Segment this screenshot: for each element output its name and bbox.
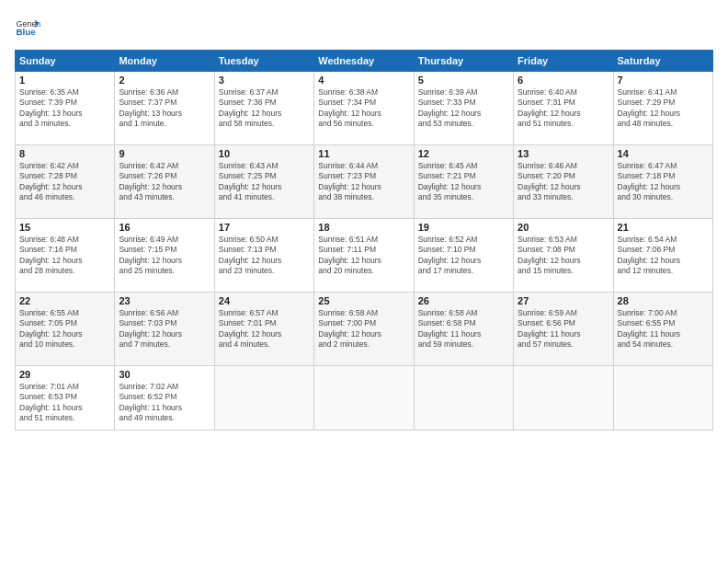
weekday-header-thursday: Thursday	[414, 51, 513, 72]
day-number: 25	[318, 295, 409, 306]
day-info: Sunrise: 7:00 AM Sunset: 6:55 PM Dayligh…	[618, 308, 709, 350]
day-number: 6	[518, 75, 609, 86]
logo-icon: General Blue	[15, 15, 40, 40]
calendar-cell: 20Sunrise: 6:53 AM Sunset: 7:08 PM Dayli…	[514, 219, 613, 293]
day-info: Sunrise: 7:02 AM Sunset: 6:52 PM Dayligh…	[119, 382, 210, 424]
day-info: Sunrise: 6:49 AM Sunset: 7:15 PM Dayligh…	[119, 235, 210, 277]
svg-text:Blue: Blue	[16, 27, 36, 37]
day-number: 3	[219, 75, 310, 86]
calendar-page: General Blue SundayMondayTuesdayWednesda…	[0, 0, 728, 563]
day-number: 26	[418, 295, 509, 306]
calendar-cell: 22Sunrise: 6:55 AM Sunset: 7:05 PM Dayli…	[16, 293, 115, 366]
day-number: 28	[618, 295, 709, 306]
calendar-cell: 16Sunrise: 6:49 AM Sunset: 7:15 PM Dayli…	[115, 219, 214, 293]
weekday-header-monday: Monday	[115, 51, 214, 72]
day-info: Sunrise: 6:39 AM Sunset: 7:33 PM Dayligh…	[418, 87, 509, 130]
calendar-week-4: 22Sunrise: 6:55 AM Sunset: 7:05 PM Dayli…	[16, 293, 713, 366]
day-info: Sunrise: 6:55 AM Sunset: 7:05 PM Dayligh…	[19, 308, 110, 350]
day-info: Sunrise: 6:56 AM Sunset: 7:03 PM Dayligh…	[119, 308, 210, 350]
day-number: 20	[518, 222, 609, 233]
day-info: Sunrise: 6:59 AM Sunset: 6:56 PM Dayligh…	[518, 308, 609, 350]
calendar-cell: 27Sunrise: 6:59 AM Sunset: 6:56 PM Dayli…	[514, 293, 613, 366]
day-info: Sunrise: 6:40 AM Sunset: 7:31 PM Dayligh…	[518, 87, 609, 130]
calendar-cell	[514, 366, 613, 431]
day-number: 23	[119, 295, 210, 306]
calendar-week-3: 15Sunrise: 6:48 AM Sunset: 7:16 PM Dayli…	[16, 219, 713, 293]
calendar-header-row: SundayMondayTuesdayWednesdayThursdayFrid…	[16, 51, 713, 72]
calendar-cell: 5Sunrise: 6:39 AM Sunset: 7:33 PM Daylig…	[414, 72, 513, 145]
day-info: Sunrise: 7:01 AM Sunset: 6:53 PM Dayligh…	[19, 382, 110, 424]
day-number: 5	[418, 75, 509, 86]
calendar-cell: 8Sunrise: 6:42 AM Sunset: 7:28 PM Daylig…	[16, 145, 115, 219]
calendar-cell: 24Sunrise: 6:57 AM Sunset: 7:01 PM Dayli…	[214, 293, 313, 366]
day-info: Sunrise: 6:58 AM Sunset: 6:58 PM Dayligh…	[418, 308, 509, 350]
day-number: 16	[119, 222, 210, 233]
calendar-cell: 17Sunrise: 6:50 AM Sunset: 7:13 PM Dayli…	[214, 219, 313, 293]
day-number: 24	[219, 295, 310, 306]
calendar-cell: 4Sunrise: 6:38 AM Sunset: 7:34 PM Daylig…	[314, 72, 414, 145]
logo: General Blue	[15, 15, 40, 40]
calendar-cell: 29Sunrise: 7:01 AM Sunset: 6:53 PM Dayli…	[16, 366, 115, 431]
calendar-week-1: 1Sunrise: 6:35 AM Sunset: 7:39 PM Daylig…	[16, 72, 713, 145]
day-info: Sunrise: 6:37 AM Sunset: 7:36 PM Dayligh…	[219, 87, 310, 130]
calendar-cell: 23Sunrise: 6:56 AM Sunset: 7:03 PM Dayli…	[115, 293, 214, 366]
day-info: Sunrise: 6:35 AM Sunset: 7:39 PM Dayligh…	[19, 87, 110, 130]
day-number: 17	[219, 222, 310, 233]
calendar-cell: 10Sunrise: 6:43 AM Sunset: 7:25 PM Dayli…	[214, 145, 313, 219]
day-info: Sunrise: 6:36 AM Sunset: 7:37 PM Dayligh…	[119, 87, 210, 130]
day-number: 29	[19, 369, 110, 380]
calendar-cell: 9Sunrise: 6:42 AM Sunset: 7:26 PM Daylig…	[115, 145, 214, 219]
calendar-week-2: 8Sunrise: 6:42 AM Sunset: 7:28 PM Daylig…	[16, 145, 713, 219]
weekday-header-saturday: Saturday	[613, 51, 712, 72]
calendar-cell: 13Sunrise: 6:46 AM Sunset: 7:20 PM Dayli…	[514, 145, 613, 219]
day-info: Sunrise: 6:58 AM Sunset: 7:00 PM Dayligh…	[318, 308, 409, 350]
day-number: 1	[19, 75, 110, 86]
day-info: Sunrise: 6:51 AM Sunset: 7:11 PM Dayligh…	[318, 235, 409, 277]
day-number: 19	[418, 222, 509, 233]
day-info: Sunrise: 6:57 AM Sunset: 7:01 PM Dayligh…	[219, 308, 310, 350]
day-number: 18	[318, 222, 409, 233]
calendar-cell: 19Sunrise: 6:52 AM Sunset: 7:10 PM Dayli…	[414, 219, 513, 293]
calendar-cell: 7Sunrise: 6:41 AM Sunset: 7:29 PM Daylig…	[613, 72, 712, 145]
day-info: Sunrise: 6:44 AM Sunset: 7:23 PM Dayligh…	[318, 161, 409, 203]
header: General Blue	[15, 15, 713, 40]
calendar-cell: 3Sunrise: 6:37 AM Sunset: 7:36 PM Daylig…	[214, 72, 313, 145]
day-info: Sunrise: 6:41 AM Sunset: 7:29 PM Dayligh…	[618, 87, 709, 130]
calendar-cell: 28Sunrise: 7:00 AM Sunset: 6:55 PM Dayli…	[613, 293, 712, 366]
day-info: Sunrise: 6:50 AM Sunset: 7:13 PM Dayligh…	[219, 235, 310, 277]
day-number: 11	[318, 148, 409, 159]
day-info: Sunrise: 6:46 AM Sunset: 7:20 PM Dayligh…	[518, 161, 609, 203]
day-info: Sunrise: 6:47 AM Sunset: 7:18 PM Dayligh…	[618, 161, 709, 203]
day-number: 13	[518, 148, 609, 159]
day-number: 2	[119, 75, 210, 86]
calendar-cell	[414, 366, 513, 431]
day-info: Sunrise: 6:38 AM Sunset: 7:34 PM Dayligh…	[318, 87, 409, 130]
calendar-cell: 30Sunrise: 7:02 AM Sunset: 6:52 PM Dayli…	[115, 366, 214, 431]
day-info: Sunrise: 6:52 AM Sunset: 7:10 PM Dayligh…	[418, 235, 509, 277]
day-info: Sunrise: 6:45 AM Sunset: 7:21 PM Dayligh…	[418, 161, 509, 203]
calendar-cell: 14Sunrise: 6:47 AM Sunset: 7:18 PM Dayli…	[613, 145, 712, 219]
calendar-table: SundayMondayTuesdayWednesdayThursdayFrid…	[15, 50, 713, 431]
weekday-header-wednesday: Wednesday	[314, 51, 414, 72]
calendar-cell	[314, 366, 414, 431]
day-number: 27	[518, 295, 609, 306]
calendar-cell	[613, 366, 712, 431]
day-number: 4	[318, 75, 409, 86]
day-number: 8	[19, 148, 110, 159]
day-number: 30	[119, 369, 210, 380]
calendar-cell: 6Sunrise: 6:40 AM Sunset: 7:31 PM Daylig…	[514, 72, 613, 145]
day-info: Sunrise: 6:42 AM Sunset: 7:28 PM Dayligh…	[19, 161, 110, 203]
day-number: 9	[119, 148, 210, 159]
day-info: Sunrise: 6:42 AM Sunset: 7:26 PM Dayligh…	[119, 161, 210, 203]
day-info: Sunrise: 6:54 AM Sunset: 7:06 PM Dayligh…	[618, 235, 709, 277]
weekday-header-tuesday: Tuesday	[214, 51, 313, 72]
calendar-cell: 26Sunrise: 6:58 AM Sunset: 6:58 PM Dayli…	[414, 293, 513, 366]
calendar-cell: 11Sunrise: 6:44 AM Sunset: 7:23 PM Dayli…	[314, 145, 414, 219]
calendar-week-5: 29Sunrise: 7:01 AM Sunset: 6:53 PM Dayli…	[16, 366, 713, 431]
day-number: 15	[19, 222, 110, 233]
day-number: 7	[618, 75, 709, 86]
day-number: 12	[418, 148, 509, 159]
calendar-cell: 12Sunrise: 6:45 AM Sunset: 7:21 PM Dayli…	[414, 145, 513, 219]
day-number: 21	[618, 222, 709, 233]
calendar-cell: 1Sunrise: 6:35 AM Sunset: 7:39 PM Daylig…	[16, 72, 115, 145]
